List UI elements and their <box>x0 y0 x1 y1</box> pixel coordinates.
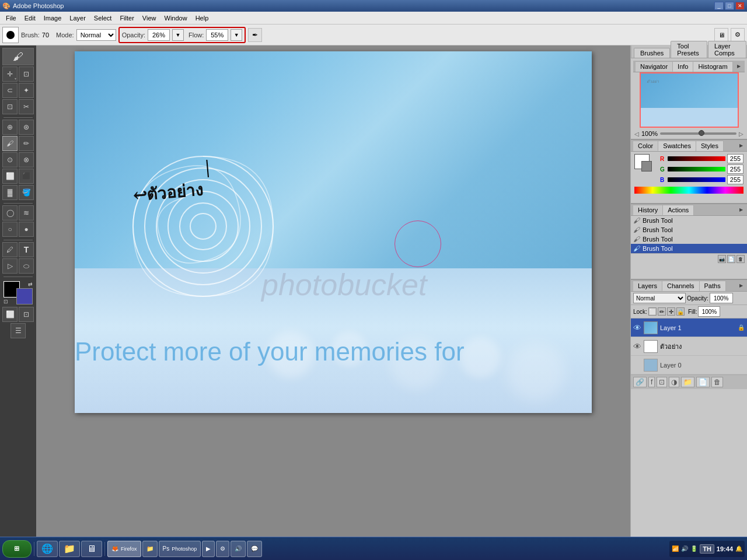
history-delete-btn[interactable]: 🗑 <box>736 255 745 263</box>
taskbar-media-btn[interactable]: ▶ <box>202 541 215 557</box>
r-bar[interactable] <box>668 156 725 161</box>
tab-navigator[interactable]: Navigator <box>636 61 673 72</box>
flow-arrow-btn[interactable]: ▼ <box>231 29 242 41</box>
tab-history[interactable]: History <box>633 205 663 215</box>
pencil-tool[interactable]: ✏ <box>19 136 34 151</box>
brush-tool-large[interactable]: 🖌 <box>2 48 34 65</box>
bg-eraser-tool[interactable]: ⬛ <box>19 169 34 184</box>
artboard-tool[interactable]: ⊡ <box>19 66 34 82</box>
airbrush-icon[interactable]: ✒ <box>248 28 262 42</box>
move-tool[interactable]: ✛▾ <box>2 66 18 82</box>
reset-colors-icon[interactable]: ⊡ <box>4 299 8 304</box>
zoom-thumb[interactable] <box>699 130 704 136</box>
tab-channels[interactable]: Channels <box>662 281 699 291</box>
patch-tool[interactable]: ⊛ <box>19 120 34 135</box>
r-value[interactable]: 255 <box>727 154 743 163</box>
quick-mask-mode[interactable]: ⊡ <box>19 307 34 322</box>
path-selection-tool[interactable]: ▷ <box>2 258 18 274</box>
history-item-4[interactable]: 🖌 Brush Tool <box>631 244 747 253</box>
brush-tool[interactable]: 🖌 <box>2 136 18 151</box>
background-color[interactable] <box>16 288 33 304</box>
tab-styles[interactable]: Styles <box>696 141 724 151</box>
layer-blend-mode-select[interactable]: Normal Multiply Screen <box>633 293 686 303</box>
color-menu-btn[interactable]: ▶ <box>738 142 745 149</box>
lock-all-btn[interactable]: 🔒 <box>676 307 685 316</box>
layer-1-visibility-icon[interactable]: 👁 <box>633 323 641 332</box>
layer-row-1[interactable]: 👁 Layer 1 🔒 <box>631 318 747 337</box>
b-value[interactable]: 255 <box>727 175 743 184</box>
standard-mode[interactable]: ⬜ <box>2 307 18 322</box>
layer-style-btn[interactable]: f <box>648 377 655 387</box>
menu-select[interactable]: Select <box>90 13 116 23</box>
text-tool[interactable]: T <box>19 242 34 257</box>
history-item-3[interactable]: 🖌 Brush Tool <box>631 235 747 244</box>
layers-menu-btn[interactable]: ▶ <box>738 282 745 289</box>
close-button[interactable]: ✕ <box>735 2 745 10</box>
minimize-button[interactable]: _ <box>714 2 724 10</box>
dodge-tool[interactable]: ○ <box>2 222 18 237</box>
tab-paths[interactable]: Paths <box>700 281 726 291</box>
start-button[interactable]: ⊞ <box>2 540 32 558</box>
tab-tool-presets[interactable]: Tool Presets <box>671 41 707 58</box>
taskbar-explorer-btn[interactable]: 📁 <box>59 541 80 557</box>
mode-select[interactable]: Normal Dissolve Multiply <box>76 29 116 41</box>
paint-bucket-tool[interactable]: 🪣 <box>19 185 34 200</box>
layer-fill-input[interactable] <box>698 306 720 317</box>
burn-tool[interactable]: ● <box>19 222 34 237</box>
eraser-tool[interactable]: ⬜ <box>2 169 18 184</box>
history-item-1[interactable]: 🖌 Brush Tool <box>631 216 747 225</box>
menu-layer[interactable]: Layer <box>66 13 89 23</box>
layer-new-btn[interactable]: 📄 <box>696 377 710 387</box>
slice-tool[interactable]: ✂ <box>19 99 34 114</box>
history-new-doc-btn[interactable]: 📄 <box>727 255 735 263</box>
layer-link-btn[interactable]: 🔗 <box>633 377 647 387</box>
smudge-tool[interactable]: ≋ <box>19 205 34 220</box>
crop-tool[interactable]: ⊡ <box>2 99 18 114</box>
history-new-snapshot-btn[interactable]: 📷 <box>718 255 726 263</box>
flow-input[interactable]: 55% <box>206 29 228 41</box>
taskbar-ie-btn[interactable]: 🌐 <box>37 541 58 557</box>
lock-transparent-btn[interactable]: ⬜ <box>648 307 657 316</box>
g-value[interactable]: 255 <box>727 164 743 174</box>
menu-file[interactable]: File <box>2 13 20 23</box>
menu-image[interactable]: Image <box>40 13 65 23</box>
g-bar[interactable] <box>668 167 725 172</box>
layer-opacity-input[interactable] <box>710 293 733 303</box>
tab-layer-comps[interactable]: Layer Comps <box>708 41 746 58</box>
menu-help[interactable]: Help <box>192 13 212 23</box>
layer-mask-btn[interactable]: ⊡ <box>657 377 667 387</box>
zoom-slider[interactable] <box>660 132 736 135</box>
language-indicator[interactable]: TH <box>700 544 714 554</box>
tab-actions[interactable]: Actions <box>663 205 694 215</box>
navigator-menu-btn[interactable]: ▶ <box>735 63 742 70</box>
menu-view[interactable]: View <box>139 13 160 23</box>
blur-tool[interactable]: ◯ <box>2 205 18 220</box>
color-spectrum[interactable] <box>634 187 743 194</box>
magic-wand-tool[interactable]: ✦ <box>19 83 34 98</box>
screen-mode-btn[interactable]: 🖥 <box>714 28 728 42</box>
tab-layers[interactable]: Layers <box>633 281 662 291</box>
clone-stamp-tool[interactable]: ⊙ <box>2 152 18 167</box>
zoom-out-btn[interactable]: ◁ <box>634 131 639 137</box>
swap-colors-icon[interactable]: ⇄ <box>28 281 33 287</box>
lasso-tool[interactable]: ⊂ <box>2 83 18 98</box>
brush-preview[interactable] <box>2 27 19 43</box>
menu-filter[interactable]: Filter <box>116 13 137 23</box>
screen-mode-tool[interactable]: ☰ <box>11 323 26 338</box>
opacity-arrow-btn[interactable]: ▼ <box>172 29 184 41</box>
extras-btn[interactable]: ⚙ <box>731 28 745 42</box>
tab-info[interactable]: Info <box>673 61 693 72</box>
menu-edit[interactable]: Edit <box>21 13 39 23</box>
taskbar-ps-btn[interactable]: Ps Photoshop <box>159 541 201 557</box>
taskbar-show-desktop-btn[interactable]: 🖥 <box>81 541 102 557</box>
pattern-stamp-tool[interactable]: ⊗ <box>19 152 34 167</box>
zoom-in-btn[interactable]: ▷ <box>739 131 743 137</box>
layer-group-btn[interactable]: 📁 <box>681 377 694 387</box>
layer-delete-btn[interactable]: 🗑 <box>711 377 723 387</box>
tab-color[interactable]: Color <box>633 141 658 151</box>
opacity-input[interactable]: 26% <box>148 29 170 41</box>
taskbar-app7-btn[interactable]: 💬 <box>247 541 262 557</box>
layer-row-2[interactable]: 👁 ตัวอย่าง <box>631 337 747 356</box>
tab-swatches[interactable]: Swatches <box>658 141 696 151</box>
heal-tool[interactable]: ⊕ <box>2 120 18 135</box>
